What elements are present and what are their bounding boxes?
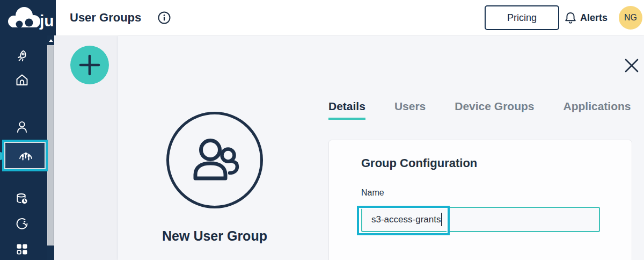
sidebar-item-user-groups[interactable] — [5, 143, 46, 169]
sidebar-scrollbar[interactable] — [47, 35, 54, 260]
drawer-tabs: Details Users Device Groups Applications — [328, 100, 631, 120]
directory-clock-icon — [14, 192, 30, 207]
user-icon — [14, 119, 30, 134]
groups-list-panel — [54, 36, 118, 260]
scroll-up-arrow-icon — [49, 39, 53, 42]
group-summary-column: New User Group — [118, 36, 311, 260]
sidebar-item-getting-started[interactable] — [14, 48, 33, 67]
insights-icon — [14, 216, 30, 232]
pricing-button[interactable]: Pricing — [485, 5, 559, 30]
rocket-icon — [14, 48, 30, 63]
sidebar-item-apps[interactable] — [14, 242, 33, 260]
sidebar-item-directory-insights[interactable] — [14, 192, 33, 210]
group-name-input[interactable]: s3-access-grants — [361, 207, 600, 232]
sidebar-item-users[interactable] — [14, 119, 33, 138]
name-field-label: Name — [361, 188, 384, 198]
bell-icon — [565, 11, 576, 24]
sidebar-item-home[interactable] — [14, 73, 33, 91]
group-avatar-circle — [166, 112, 263, 208]
add-group-button[interactable] — [70, 46, 109, 84]
sidebar-item-insights[interactable] — [14, 216, 33, 235]
nav-sidebar — [0, 35, 47, 260]
drawer-title: New User Group — [118, 228, 311, 244]
scrollbar-thumb[interactable] — [48, 46, 54, 244]
user-groups-icon — [18, 149, 34, 163]
new-user-group-drawer: New User Group Details Users Device Grou… — [118, 36, 644, 260]
user-group-icon — [187, 135, 243, 185]
close-icon[interactable] — [624, 58, 639, 73]
tab-details[interactable]: Details — [328, 100, 365, 120]
info-icon[interactable] — [158, 11, 171, 24]
tab-users[interactable]: Users — [394, 100, 426, 120]
apps-grid-icon — [14, 242, 30, 257]
home-icon — [14, 73, 30, 88]
text-caret — [441, 213, 442, 226]
svg-text:ju: ju — [39, 12, 54, 30]
scrollbar-down-button[interactable] — [47, 245, 54, 260]
group-configuration-card: Group Configuration Name s3-access-grant… — [328, 140, 632, 260]
tab-applications[interactable]: Applications — [564, 100, 631, 120]
jumpcloud-logo[interactable]: ju — [0, 0, 56, 35]
top-header: ju User Groups Pricing Alerts NG — [0, 0, 644, 35]
app-root: ju User Groups Pricing Alerts NG — [0, 0, 644, 260]
alerts-button[interactable]: Alerts — [565, 0, 608, 35]
page-title: User Groups — [70, 0, 141, 35]
scrollbar-up-button[interactable] — [47, 35, 54, 45]
active-nav-indicator — [0, 152, 4, 160]
alerts-label: Alerts — [580, 12, 608, 24]
group-name-value: s3-access-grants — [371, 214, 441, 225]
card-heading: Group Configuration — [361, 156, 477, 170]
jumpcloud-cloud-icon: ju — [0, 0, 56, 35]
tab-device-groups[interactable]: Device Groups — [455, 100, 534, 120]
user-avatar[interactable]: NG — [619, 6, 642, 30]
plus-icon — [79, 54, 100, 76]
